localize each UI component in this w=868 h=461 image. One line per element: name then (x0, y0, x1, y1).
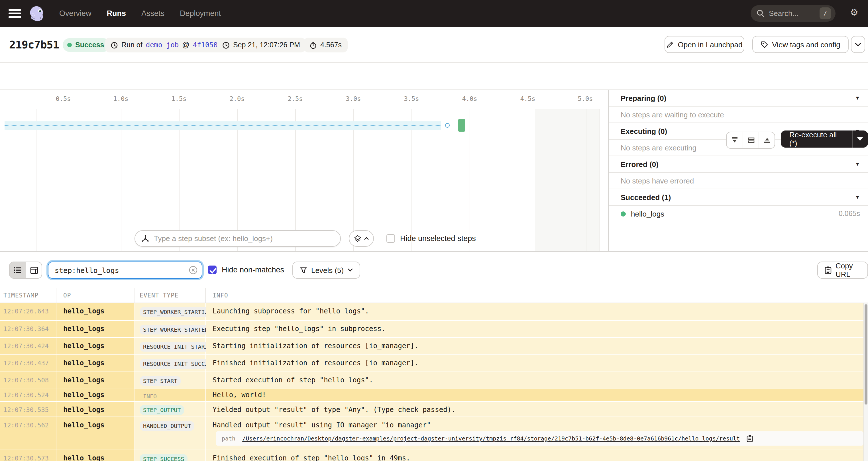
step-marker-icon[interactable] (445, 123, 450, 128)
nav-item-deployment[interactable]: Deployment (180, 9, 221, 18)
log-row-handled-output[interactable]: 12:07:30.562hello_logs HANDLED_OUTPUT Ha… (0, 417, 863, 450)
log-row[interactable]: 12:07:30.424hello_logs RESOURCE_INIT_STA… (0, 337, 863, 355)
history-icon (111, 41, 118, 49)
run-id-title: 219c7b51 (9, 38, 59, 51)
axis-tick: 3.5s (400, 95, 423, 102)
log-row[interactable]: 12:07:26.643hello_logs STEP_WORKER_START… (0, 303, 863, 320)
axis-tick: 3.0s (342, 95, 365, 102)
clock-icon (222, 41, 230, 49)
search-icon (756, 9, 765, 18)
step-subset-inputbox (134, 230, 341, 247)
panel-step-hello-logs[interactable]: hello_logs 0.065s (609, 206, 868, 222)
run-of-tag: Run of demo_job @ 4f105077 (105, 38, 231, 53)
panel-section-preparing[interactable]: Preparing (0)▼ (609, 90, 868, 106)
log-row-user-info[interactable]: 12:07:30.524hello_logs INFO Hello, world… (0, 389, 863, 401)
tag-icon (761, 41, 768, 48)
log-rows: 12:07:26.643hello_logs STEP_WORKER_START… (0, 303, 868, 461)
reexecute-caret-icon[interactable] (852, 130, 868, 148)
gantt-chart: 0.5s 1.0s 1.5s 2.0s 2.5s 3.0s 3.5s 4.0s … (0, 90, 609, 251)
event-type-chip: STEP_WORKER_STARTED (140, 325, 212, 335)
run-content: 0.5s 1.0s 1.5s 2.0s 2.5s 3.0s 3.5s 4.0s … (0, 90, 868, 252)
view-tags-config-button[interactable]: View tags and config (752, 36, 848, 53)
section-caret-icon[interactable]: ▼ (855, 95, 860, 101)
log-row[interactable]: 12:07:30.573hello_logs STEP_SUCCESS Fini… (0, 450, 863, 461)
log-row[interactable]: 12:07:30.508hello_logs STEP_START Starte… (0, 372, 863, 389)
copy-path-icon[interactable] (747, 435, 753, 442)
column-header-info[interactable]: INFO (206, 288, 868, 303)
levels-dropdown-button[interactable]: Levels (5) (292, 262, 360, 279)
pane-split-icon[interactable] (743, 132, 758, 148)
op-selector-icon (141, 235, 149, 243)
column-header-op[interactable]: OP (56, 288, 134, 303)
clipboard-icon (825, 266, 832, 274)
hide-unselected-checkbox[interactable] (386, 234, 395, 243)
stopwatch-icon (309, 41, 317, 49)
log-filter (48, 262, 202, 279)
step-waiting-dotted-line (5, 125, 441, 126)
graph-query-toggle-button[interactable] (349, 230, 374, 247)
panel-section-succeeded[interactable]: Succeeded (1)▼ (609, 189, 868, 206)
column-header-timestamp[interactable]: TIMESTAMP (0, 288, 56, 303)
step-bar-hello-logs[interactable] (458, 119, 465, 132)
hide-non-matches-checkbox[interactable] (208, 266, 217, 274)
clear-filter-icon[interactable] (189, 266, 198, 275)
log-row[interactable]: 12:07:30.364hello_logs STEP_WORKER_START… (0, 320, 863, 337)
pane-collapse-up-icon[interactable] (758, 132, 775, 148)
column-header-event-type[interactable]: EVENT TYPE (134, 288, 206, 303)
log-row[interactable]: 12:07:30.535hello_logs STEP_OUTPUT Yield… (0, 401, 863, 417)
log-table-header: TIMESTAMP OP EVENT TYPE INFO (0, 288, 868, 303)
hamburger-menu-icon[interactable] (8, 9, 21, 18)
chevron-down-icon (855, 42, 861, 47)
axis-tick: 4.0s (458, 95, 481, 102)
event-type-chip: STEP_START (140, 376, 181, 386)
nav-item-overview[interactable]: Overview (59, 9, 91, 18)
open-in-launchpad-button[interactable]: Open in Launchpad (664, 36, 744, 53)
hide-non-matches-option: Hide non-matches (208, 266, 284, 274)
copy-url-button[interactable]: Copy URL (817, 262, 868, 279)
log-list-view-icon[interactable] (10, 262, 26, 278)
dagster-logo-icon[interactable] (29, 5, 45, 22)
nav-item-runs[interactable]: Runs (107, 9, 126, 18)
search-placeholder: Search... (769, 9, 799, 18)
panel-empty-errored: No steps have errored (609, 173, 868, 189)
duration-tag: 4.567s (304, 38, 347, 53)
status-badge: Success (63, 38, 110, 52)
gantt-plot-area: Hide unselected steps (0, 109, 608, 251)
output-path-link[interactable]: /Users/erincochran/Desktop/dagster-examp… (242, 435, 740, 442)
panel-empty-preparing: No steps are waiting to execute (609, 106, 868, 123)
pencil-icon (666, 41, 674, 48)
hide-unselected-option: Hide unselected steps (386, 234, 476, 243)
axis-tick: 0.5s (52, 95, 75, 102)
axis-tick: 1.0s (110, 95, 132, 102)
event-type-chip: HANDLED_OUTPUT (140, 421, 195, 431)
chevron-down-icon (348, 268, 353, 272)
event-type-chip: STEP_SUCCESS (140, 454, 188, 461)
success-dot-icon (621, 211, 626, 216)
log-scrollbar-thumb[interactable] (865, 304, 867, 405)
log-structured-view-icon[interactable] (26, 262, 41, 278)
gantt-time-axis: 0.5s 1.0s 1.5s 2.0s 2.5s 3.0s 3.5s 4.0s … (0, 90, 608, 108)
run-header: 219c7b51 Success Run of demo_job @ 4f105… (0, 27, 868, 63)
dagster-run-page: Overview Runs Assets Deployment Search..… (0, 0, 868, 461)
global-search[interactable]: Search... / (751, 5, 836, 22)
log-filter-input[interactable] (48, 262, 202, 279)
axis-tick: 2.5s (284, 95, 307, 102)
section-caret-icon[interactable]: ▼ (855, 194, 860, 200)
job-link[interactable]: demo_job (146, 41, 179, 49)
event-type-chip: STEP_WORKER_STARTI… (140, 307, 212, 317)
nav-item-assets[interactable]: Assets (141, 9, 164, 18)
run-header-more-button[interactable] (851, 36, 865, 53)
reexecute-all-button[interactable]: Re-execute all (*) (781, 130, 868, 148)
log-row[interactable]: 12:07:30.437hello_logs RESOURCE_INIT_SUC… (0, 355, 863, 372)
pane-collapse-down-icon[interactable] (727, 132, 743, 148)
gantt-toolbar: Hide not started steps Re-execute all (*… (0, 63, 868, 90)
gear-icon[interactable]: ⚙ (850, 8, 858, 17)
top-nav: Overview Runs Assets Deployment Search..… (0, 0, 868, 27)
step-status-panel: Preparing (0)▼ No steps are waiting to e… (609, 90, 868, 251)
section-caret-icon[interactable]: ▼ (855, 161, 860, 167)
axis-tick: 1.5s (167, 95, 190, 102)
log-toolbar: Hide non-matches Levels (5) Copy URL (0, 252, 868, 288)
search-shortcut-key: / (819, 7, 831, 19)
panel-section-errored[interactable]: Errored (0)▼ (609, 156, 868, 173)
step-subset-input[interactable] (154, 234, 334, 243)
